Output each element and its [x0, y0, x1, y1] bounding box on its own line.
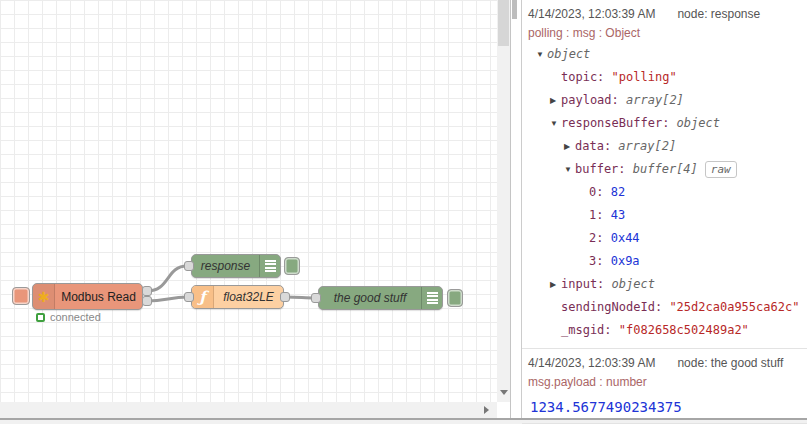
debug-scrollbar-track	[510, 0, 511, 418]
debug-payload-number: 1234.5677490234375	[528, 392, 801, 417]
debug-tree-row: _msgid: "f082658c502489a2"	[528, 319, 801, 342]
debug-tree-row: ▶payload: array[2]	[528, 89, 801, 112]
debug-type-meta: array[2]	[618, 139, 676, 153]
debug-topic: polling : msg : Object	[528, 23, 801, 43]
debug-type-meta: object	[547, 47, 590, 61]
canvas-vertical-scrollbar[interactable]	[497, 0, 510, 402]
modbus-node-button[interactable]	[12, 287, 30, 305]
debug-list-icon	[427, 292, 438, 305]
canvas-horizontal-scrollbar[interactable]	[0, 402, 497, 418]
status-connected-icon	[36, 313, 45, 322]
modbus-output-port-2[interactable]	[142, 296, 152, 306]
node-label: the good stuff	[319, 287, 421, 309]
debug-tree-row: topic: "polling"	[528, 66, 801, 89]
collapse-arrow-icon[interactable]: ▼	[550, 112, 561, 135]
debug-key: 3:	[589, 254, 611, 268]
node-response[interactable]: response	[191, 254, 281, 278]
modbus-output-port-1[interactable]	[142, 286, 152, 296]
debug-value-number: 82	[611, 185, 625, 199]
node-the-good-stuff[interactable]: the good stuff	[318, 286, 443, 310]
debug-key: input:	[561, 277, 612, 291]
vertical-scroll-thumb[interactable]	[498, 0, 509, 46]
wires-layer	[0, 0, 497, 402]
node-label: float32LE	[214, 286, 283, 308]
debug-source-node: node: response	[677, 7, 760, 21]
function-icon-region: ƒ	[192, 286, 214, 308]
goodstuff-toggle-button[interactable]	[447, 289, 463, 307]
debug-tree-row: 0: 82	[528, 181, 801, 204]
debug-tree-row: 3: 0x9a	[528, 250, 801, 273]
debug-type-meta: object	[677, 116, 720, 130]
debug-list-icon	[265, 260, 276, 273]
debug-tree-row: ▼buffer: buffer[4]raw	[528, 158, 801, 181]
response-toggle-button[interactable]	[284, 257, 300, 275]
debug-value-string: "25d2ca0a955ca62c"	[669, 300, 799, 314]
debug-topic: msg.payload : number	[528, 372, 801, 392]
debug-timestamp: 4/14/2023, 12:03:39 AM	[528, 356, 655, 370]
debug-value-number: 43	[611, 208, 625, 222]
raw-button[interactable]: raw	[705, 161, 737, 178]
debug-scroll-thumb[interactable]	[512, 0, 517, 19]
debug-message-header: 4/14/2023, 12:03:39 AMnode: the good stu…	[528, 354, 801, 372]
debug-type-meta: object	[612, 277, 655, 291]
debug-tree-row: 2: 0x44	[528, 227, 801, 250]
debug-tree-row: ▼object	[528, 43, 801, 66]
function-f-icon: ƒ	[199, 290, 205, 305]
debug-value-number: 0x44	[611, 231, 640, 245]
expand-arrow-icon[interactable]: ▶	[550, 273, 561, 296]
debug-key: responseBuffer:	[561, 116, 677, 130]
debug-key: _msgid:	[561, 323, 619, 337]
debug-key: payload:	[561, 93, 626, 107]
debug-tree-row: sendingNodeId: "25d2ca0a955ca62c"	[528, 296, 801, 319]
debug-value-string: "f082658c502489a2"	[619, 323, 749, 337]
flow-canvas[interactable]: ✱ Modbus Read connected response ƒ float…	[0, 0, 497, 402]
collapse-arrow-icon[interactable]: ▼	[564, 158, 575, 181]
debug-timestamp: 4/14/2023, 12:03:39 AM	[528, 7, 655, 21]
node-label: response	[192, 255, 259, 277]
scroll-right-arrow-icon[interactable]	[484, 406, 489, 414]
debug-key: data:	[575, 139, 618, 153]
debug-value-number: 0x9a	[611, 254, 640, 268]
debug-key: 2:	[589, 231, 611, 245]
debug-tree-row: ▶input: object	[528, 273, 801, 296]
debug-sidebar-icon-region	[421, 287, 442, 309]
debug-key: 1:	[589, 208, 611, 222]
collapse-arrow-icon[interactable]: ▼	[536, 43, 547, 66]
modbus-icon-region: ✱	[33, 284, 55, 309]
debug-message-goodstuff: 4/14/2023, 12:03:39 AMnode: the good stu…	[522, 349, 807, 424]
debug-tree-row: 1: 43	[528, 204, 801, 227]
debug-sidebar-icon-region	[259, 255, 280, 277]
debug-tree-row: ▼responseBuffer: object	[528, 112, 801, 135]
status-label: connected	[50, 311, 101, 323]
debug-key: sendingNodeId:	[561, 300, 669, 314]
debug-type-meta: buffer[4]	[633, 162, 698, 176]
debug-object-tree: ▼objecttopic: "polling"▶payload: array[2…	[528, 43, 801, 342]
float32le-input-port[interactable]	[184, 292, 194, 302]
debug-key: topic:	[561, 70, 612, 84]
expand-arrow-icon[interactable]: ▶	[550, 89, 561, 112]
debug-message-header: 4/14/2023, 12:03:39 AMnode: response	[528, 5, 801, 23]
debug-key: buffer:	[575, 162, 633, 176]
debug-value-string: "polling"	[612, 70, 677, 84]
debug-message-response: 4/14/2023, 12:03:39 AMnode: response pol…	[522, 0, 807, 349]
debug-sidebar[interactable]: 4/14/2023, 12:03:39 AMnode: response pol…	[521, 0, 807, 418]
debug-key: 0:	[589, 185, 611, 199]
modbus-status: connected	[36, 311, 101, 323]
scroll-down-arrow-icon[interactable]	[500, 390, 508, 395]
debug-source-node: node: the good stuff	[677, 356, 783, 370]
modbus-flower-icon: ✱	[38, 290, 50, 304]
wire-modbus-function	[147, 297, 188, 301]
expand-arrow-icon[interactable]: ▶	[564, 135, 575, 158]
node-label: Modbus Read	[55, 284, 142, 309]
debug-type-meta: array[2]	[626, 93, 684, 107]
goodstuff-input-port[interactable]	[311, 293, 321, 303]
node-modbus-read[interactable]: ✱ Modbus Read	[32, 283, 143, 310]
node-float32le[interactable]: ƒ float32LE	[191, 285, 284, 309]
response-input-port[interactable]	[184, 261, 194, 271]
wire-modbus-response	[147, 266, 187, 291]
float32le-output-port[interactable]	[280, 292, 290, 302]
debug-tree-row: ▶data: array[2]	[528, 135, 801, 158]
